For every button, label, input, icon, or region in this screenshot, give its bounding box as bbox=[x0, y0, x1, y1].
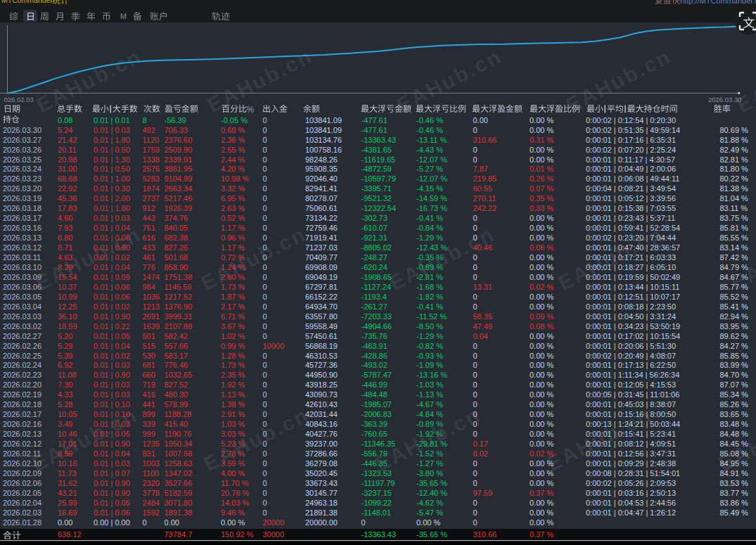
svg-text:2026.03.30: 2026.03.30 bbox=[708, 96, 742, 103]
svg-text:026.02.03: 026.02.03 bbox=[4, 96, 34, 103]
